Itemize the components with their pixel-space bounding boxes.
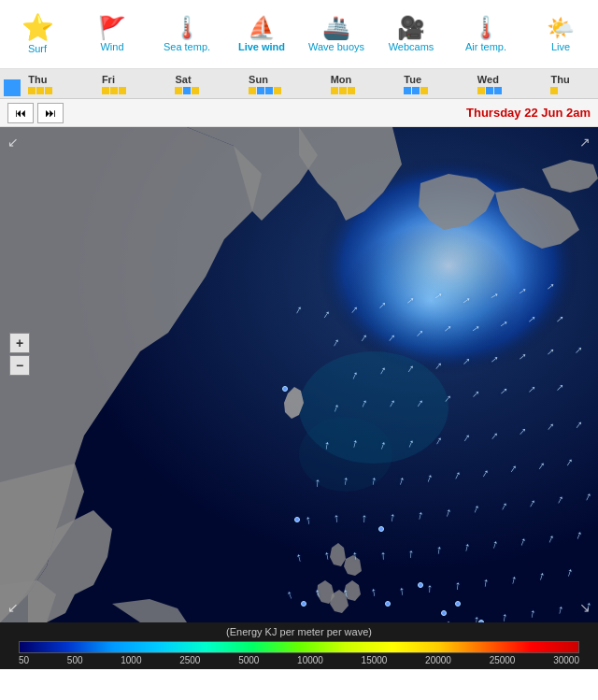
timeline-day-sat: Sat — [175, 74, 191, 85]
nav-live-wind-label: Live wind — [238, 41, 285, 52]
timeline-indicator[interactable] — [4, 79, 21, 96]
tick — [119, 87, 126, 94]
corner-icon-nw: ↙ — [7, 135, 19, 150]
zoom-controls: + − — [9, 333, 30, 376]
date-display: Thursday 22 Jun 2am — [466, 106, 591, 120]
tick — [175, 87, 182, 94]
next-button[interactable]: ⏭ — [37, 103, 64, 123]
wind-arrow: ↑ — [314, 476, 321, 489]
scale-tick: 15000 — [362, 655, 388, 665]
nav-webcams[interactable]: 🎥 Webcams — [374, 4, 448, 64]
scale-tick: 1000 — [121, 655, 141, 665]
nav-wave-buoys[interactable]: 🚢 Wave buoys — [299, 4, 374, 64]
tick — [412, 87, 420, 94]
nav-live-label: Live — [551, 41, 570, 52]
timeline-day-sun: Sun — [249, 74, 268, 85]
nav-live[interactable]: 🌤️ Live — [523, 4, 598, 64]
corner-icon-se: ↘ — [579, 600, 591, 615]
webcams-icon: 🎥 — [397, 17, 425, 39]
scale-gradient — [19, 641, 579, 653]
tick — [183, 87, 191, 94]
wind-arrow: ↑ — [501, 610, 508, 622]
navigation-bar: ⭐ Surf 🚩 Wind 🌡️ Sea temp. ⛵ Live wind 🚢… — [0, 0, 598, 69]
buoy-dot[interactable] — [294, 517, 300, 522]
timeline-day-thu2: Thu — [550, 74, 569, 85]
nav-live-wind[interactable]: ⛵ Live wind — [224, 4, 299, 64]
wind-arrow: ↑ — [427, 581, 434, 593]
zoom-in-button[interactable]: + — [9, 333, 30, 353]
wind-arrow: ↑ — [454, 579, 462, 592]
land-overlay — [0, 127, 598, 622]
sea-temp-icon: 🌡️ — [173, 17, 201, 39]
tick — [486, 87, 493, 94]
nav-sea-temp-label: Sea temp. — [164, 41, 210, 52]
scale-tick: 30000 — [553, 655, 579, 665]
tick — [274, 87, 281, 94]
scale-tick: 10000 — [297, 655, 323, 665]
tick — [477, 87, 485, 94]
wind-arrow: ↑ — [389, 510, 396, 523]
tick — [550, 87, 558, 94]
tick — [110, 87, 118, 94]
nav-surf[interactable]: ⭐ Surf — [0, 4, 75, 64]
nav-sea-temp[interactable]: 🌡️ Sea temp. — [150, 4, 224, 64]
wave-buoys-icon: 🚢 — [322, 17, 350, 39]
corner-icon-ne: ↗ — [579, 135, 591, 150]
scale-bar: (Energy KJ per meter per wave) 505001000… — [0, 622, 598, 669]
timeline-day-mon: Mon — [331, 74, 352, 85]
buoy-dot[interactable] — [478, 620, 484, 622]
tick — [494, 87, 502, 94]
prev-button[interactable]: ⏮ — [7, 103, 34, 123]
scale-tick: 500 — [67, 655, 83, 665]
tick — [420, 87, 428, 94]
scale-ticks: 5050010002500500010000150002000025000300… — [19, 655, 579, 665]
buoy-dot[interactable] — [378, 526, 384, 532]
wind-arrow: ↑ — [351, 549, 359, 562]
scale-tick: 5000 — [238, 655, 259, 665]
buoy-dot[interactable] — [418, 582, 423, 588]
wind-arrow: ↑ — [370, 585, 378, 598]
wind-arrow: ↑ — [362, 511, 368, 523]
surf-icon: ⭐ — [21, 15, 54, 41]
buoy-dot[interactable] — [441, 610, 447, 616]
buoy-dot[interactable] — [385, 601, 391, 607]
zoom-out-button[interactable]: − — [9, 355, 30, 376]
wind-arrow: ↑ — [398, 584, 406, 597]
wind-icon: 🚩 — [98, 17, 126, 39]
scale-tick: 2500 — [179, 655, 200, 665]
wind-arrow: ↑ — [417, 620, 424, 622]
nav-air-temp[interactable]: 🌡️ Air temp. — [448, 4, 523, 64]
tick — [348, 87, 355, 94]
tick — [45, 87, 52, 94]
tick — [36, 87, 44, 94]
timeline-bar[interactable]: Thu Fri Sat — [0, 69, 598, 99]
wind-arrow: ↑ — [333, 511, 340, 524]
timeline-day-fri: Fri — [102, 74, 115, 85]
tick — [339, 87, 347, 94]
corner-icon-sw: ↙ — [7, 600, 19, 615]
tick — [265, 87, 273, 94]
nav-surf-label: Surf — [28, 43, 47, 54]
map-area[interactable]: ↑↑↑↑↑↑↑↑↑↑↑↑↑↑↑↑↑↑↑↑↑↑↑↑↑↑↑↑↑↑↑↑↑↑↑↑↑↑↑↑… — [0, 127, 598, 622]
buoy-dot[interactable] — [282, 386, 288, 392]
tick — [28, 87, 36, 94]
wind-arrow: ↑ — [407, 547, 415, 560]
tick — [249, 87, 256, 94]
wind-arrow: ↑ — [380, 549, 387, 561]
nav-wind[interactable]: 🚩 Wind — [75, 4, 150, 64]
nav-webcams-label: Webcams — [389, 41, 434, 52]
nav-wind-label: Wind — [100, 41, 123, 52]
live-wind-icon: ⛵ — [248, 17, 276, 39]
timeline-day-thu1: Thu — [28, 74, 47, 85]
scale-tick: 25000 — [490, 655, 516, 665]
wind-arrow: ↑ — [305, 513, 313, 526]
tick — [257, 87, 264, 94]
scale-label: (Energy KJ per meter per wave) — [226, 626, 372, 637]
timeline-day-wed: Wed — [477, 74, 499, 85]
buoy-dot[interactable] — [455, 601, 461, 607]
wind-arrow: ↑ — [342, 474, 349, 487]
nav-wave-buoys-label: Wave buoys — [308, 41, 364, 52]
live-icon: 🌤️ — [547, 17, 575, 39]
buoy-dot[interactable] — [301, 601, 306, 607]
timeline-day-tue: Tue — [404, 74, 421, 85]
